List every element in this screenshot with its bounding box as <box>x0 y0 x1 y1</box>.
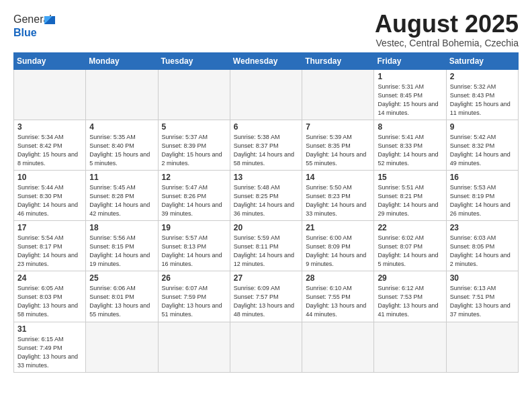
day-number: 8 <box>378 122 442 132</box>
day-info: Sunrise: 6:00 AM Sunset: 8:09 PM Dayligh… <box>306 234 370 269</box>
table-row: 27Sunrise: 6:09 AM Sunset: 7:57 PM Dayli… <box>230 271 302 322</box>
day-info: Sunrise: 5:56 AM Sunset: 8:15 PM Dayligh… <box>89 234 154 269</box>
table-row: 14Sunrise: 5:50 AM Sunset: 8:23 PM Dayli… <box>302 170 374 220</box>
table-row: 3Sunrise: 5:34 AM Sunset: 8:42 PM Daylig… <box>14 120 86 170</box>
table-row: 6Sunrise: 5:38 AM Sunset: 8:37 PM Daylig… <box>230 120 302 170</box>
header: GeneralBlue August 2025 Vestec, Central … <box>13 11 519 48</box>
table-row <box>374 322 446 372</box>
table-row <box>14 69 86 120</box>
table-row <box>302 322 374 372</box>
day-info: Sunrise: 5:35 AM Sunset: 8:40 PM Dayligh… <box>89 133 154 168</box>
table-row <box>158 69 230 120</box>
calendar-week-row: 31Sunrise: 6:15 AM Sunset: 7:49 PM Dayli… <box>14 322 519 372</box>
day-number: 13 <box>234 173 298 182</box>
table-row: 7Sunrise: 5:39 AM Sunset: 8:35 PM Daylig… <box>302 120 374 170</box>
calendar-week-row: 10Sunrise: 5:44 AM Sunset: 8:30 PM Dayli… <box>14 170 519 220</box>
day-number: 22 <box>378 223 442 232</box>
title-area: August 2025 Vestec, Central Bohemia, Cze… <box>375 11 519 48</box>
day-info: Sunrise: 5:31 AM Sunset: 8:45 PM Dayligh… <box>378 83 442 118</box>
table-row: 4Sunrise: 5:35 AM Sunset: 8:40 PM Daylig… <box>86 120 158 170</box>
calendar-week-row: 24Sunrise: 6:05 AM Sunset: 8:03 PM Dayli… <box>14 271 519 322</box>
col-wednesday: Wednesday <box>230 52 302 69</box>
day-number: 3 <box>17 122 82 132</box>
table-row: 15Sunrise: 5:51 AM Sunset: 8:21 PM Dayli… <box>374 170 446 220</box>
day-number: 2 <box>450 72 515 81</box>
table-row: 13Sunrise: 5:48 AM Sunset: 8:25 PM Dayli… <box>230 170 302 220</box>
day-info: Sunrise: 6:12 AM Sunset: 7:53 PM Dayligh… <box>378 284 442 319</box>
table-row: 25Sunrise: 6:06 AM Sunset: 8:01 PM Dayli… <box>86 271 158 322</box>
table-row: 1Sunrise: 5:31 AM Sunset: 8:45 PM Daylig… <box>374 69 446 120</box>
day-number: 19 <box>162 223 226 232</box>
table-row: 2Sunrise: 5:32 AM Sunset: 8:43 PM Daylig… <box>446 69 518 120</box>
calendar-header-row: Sunday Monday Tuesday Wednesday Thursday… <box>14 52 519 69</box>
table-row: 11Sunrise: 5:45 AM Sunset: 8:28 PM Dayli… <box>86 170 158 220</box>
table-row: 9Sunrise: 5:42 AM Sunset: 8:32 PM Daylig… <box>446 120 518 170</box>
table-row: 31Sunrise: 6:15 AM Sunset: 7:49 PM Dayli… <box>14 322 86 372</box>
day-info: Sunrise: 5:51 AM Sunset: 8:21 PM Dayligh… <box>378 183 442 218</box>
day-number: 25 <box>89 273 154 283</box>
table-row <box>302 69 374 120</box>
day-info: Sunrise: 6:07 AM Sunset: 7:59 PM Dayligh… <box>162 284 226 319</box>
table-row: 22Sunrise: 6:02 AM Sunset: 8:07 PM Dayli… <box>374 221 446 271</box>
table-row: 17Sunrise: 5:54 AM Sunset: 8:17 PM Dayli… <box>14 221 86 271</box>
day-info: Sunrise: 5:44 AM Sunset: 8:30 PM Dayligh… <box>17 183 82 218</box>
col-saturday: Saturday <box>446 52 518 69</box>
col-sunday: Sunday <box>14 52 86 69</box>
table-row: 5Sunrise: 5:37 AM Sunset: 8:39 PM Daylig… <box>158 120 230 170</box>
table-row <box>446 322 518 372</box>
table-row: 8Sunrise: 5:41 AM Sunset: 8:33 PM Daylig… <box>374 120 446 170</box>
day-info: Sunrise: 5:48 AM Sunset: 8:25 PM Dayligh… <box>234 183 298 218</box>
day-info: Sunrise: 6:10 AM Sunset: 7:55 PM Dayligh… <box>306 284 370 319</box>
calendar-week-row: 1Sunrise: 5:31 AM Sunset: 8:45 PM Daylig… <box>14 69 519 120</box>
day-info: Sunrise: 5:34 AM Sunset: 8:42 PM Dayligh… <box>17 133 82 168</box>
day-number: 5 <box>162 122 226 132</box>
day-info: Sunrise: 5:54 AM Sunset: 8:17 PM Dayligh… <box>17 234 82 269</box>
col-friday: Friday <box>374 52 446 69</box>
table-row: 24Sunrise: 6:05 AM Sunset: 8:03 PM Dayli… <box>14 271 86 322</box>
day-number: 21 <box>306 223 370 232</box>
table-row: 10Sunrise: 5:44 AM Sunset: 8:30 PM Dayli… <box>14 170 86 220</box>
day-info: Sunrise: 6:03 AM Sunset: 8:05 PM Dayligh… <box>450 234 515 269</box>
generalblue-logo-icon: GeneralBlue <box>13 11 74 40</box>
day-info: Sunrise: 5:38 AM Sunset: 8:37 PM Dayligh… <box>234 133 298 168</box>
day-info: Sunrise: 5:47 AM Sunset: 8:26 PM Dayligh… <box>162 183 226 218</box>
table-row: 23Sunrise: 6:03 AM Sunset: 8:05 PM Dayli… <box>446 221 518 271</box>
table-row <box>230 69 302 120</box>
day-number: 12 <box>162 173 226 182</box>
table-row <box>86 69 158 120</box>
table-row: 26Sunrise: 6:07 AM Sunset: 7:59 PM Dayli… <box>158 271 230 322</box>
table-row <box>230 322 302 372</box>
day-number: 20 <box>234 223 298 232</box>
day-number: 15 <box>378 173 442 182</box>
day-number: 30 <box>450 273 515 283</box>
day-number: 23 <box>450 223 515 232</box>
logo: GeneralBlue <box>13 11 74 40</box>
day-number: 24 <box>17 273 82 283</box>
day-number: 4 <box>89 122 154 132</box>
day-number: 11 <box>89 173 154 182</box>
day-info: Sunrise: 6:13 AM Sunset: 7:51 PM Dayligh… <box>450 284 515 319</box>
day-info: Sunrise: 6:02 AM Sunset: 8:07 PM Dayligh… <box>378 234 442 269</box>
table-row <box>86 322 158 372</box>
day-info: Sunrise: 5:32 AM Sunset: 8:43 PM Dayligh… <box>450 83 515 118</box>
day-info: Sunrise: 5:59 AM Sunset: 8:11 PM Dayligh… <box>234 234 298 269</box>
table-row <box>158 322 230 372</box>
day-number: 29 <box>378 273 442 283</box>
table-row: 16Sunrise: 5:53 AM Sunset: 8:19 PM Dayli… <box>446 170 518 220</box>
day-number: 14 <box>306 173 370 182</box>
table-row: 12Sunrise: 5:47 AM Sunset: 8:26 PM Dayli… <box>158 170 230 220</box>
month-title: August 2025 <box>375 11 519 38</box>
page: GeneralBlue August 2025 Vestec, Central … <box>0 0 532 379</box>
table-row: 28Sunrise: 6:10 AM Sunset: 7:55 PM Dayli… <box>302 271 374 322</box>
calendar-week-row: 17Sunrise: 5:54 AM Sunset: 8:17 PM Dayli… <box>14 221 519 271</box>
day-info: Sunrise: 6:15 AM Sunset: 7:49 PM Dayligh… <box>17 335 82 370</box>
day-info: Sunrise: 6:05 AM Sunset: 8:03 PM Dayligh… <box>17 284 82 319</box>
day-info: Sunrise: 5:50 AM Sunset: 8:23 PM Dayligh… <box>306 183 370 218</box>
day-number: 18 <box>89 223 154 232</box>
table-row: 20Sunrise: 5:59 AM Sunset: 8:11 PM Dayli… <box>230 221 302 271</box>
day-number: 10 <box>17 173 82 182</box>
day-number: 28 <box>306 273 370 283</box>
col-tuesday: Tuesday <box>158 52 230 69</box>
day-info: Sunrise: 5:37 AM Sunset: 8:39 PM Dayligh… <box>162 133 226 168</box>
col-thursday: Thursday <box>302 52 374 69</box>
